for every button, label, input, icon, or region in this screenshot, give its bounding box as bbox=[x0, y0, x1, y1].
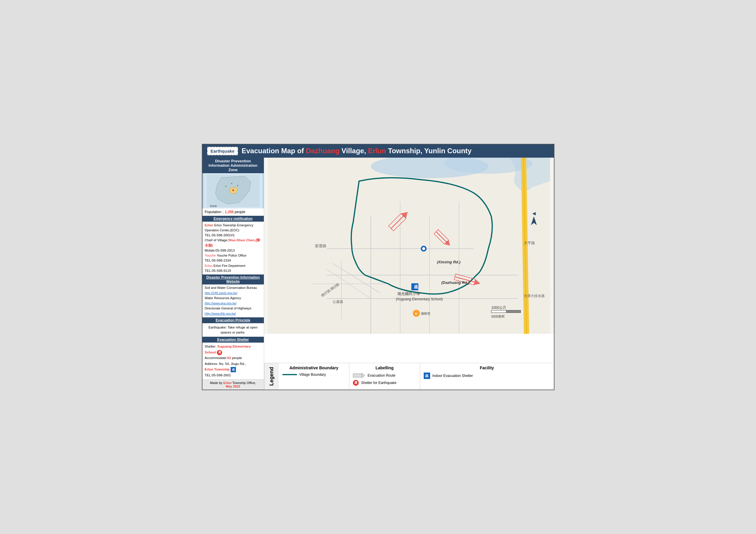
svg-text:雲林縣: 雲林縣 bbox=[209, 205, 217, 208]
footer-erlun: Erlun bbox=[223, 381, 231, 385]
svg-text:(Dazhuang Rd.): (Dazhuang Rd.) bbox=[441, 280, 469, 285]
thb-label: Directorate General of Highways bbox=[205, 306, 261, 311]
shelter-earthquake-icon-sidebar: 震 bbox=[217, 350, 222, 355]
admin-zone-label: Disaster Prevention Information Administ… bbox=[209, 159, 257, 172]
village-boundary-symbol bbox=[283, 374, 297, 375]
emergency-info: Erlun Erlun Township Emergency Operation… bbox=[202, 222, 264, 275]
legend-content: Administrative Boundary Village Boundary… bbox=[279, 363, 554, 390]
svg-text:湖和宮: 湖和宮 bbox=[421, 312, 430, 315]
disaster-website-label: Disaster Prevention Information Website bbox=[206, 275, 260, 284]
sidebar: Disaster Prevention Information Administ… bbox=[202, 158, 264, 390]
erlun-fire-tel: TEL:05-598-9119 bbox=[205, 269, 231, 272]
population-info: Population：1,356 people bbox=[202, 208, 264, 216]
population-label: Population： bbox=[205, 210, 225, 214]
erlun-fire-text: Erlun Fire Department bbox=[214, 264, 245, 267]
svg-point-6 bbox=[237, 185, 238, 186]
footer-made-by: Made by bbox=[210, 381, 223, 385]
svg-point-39 bbox=[422, 247, 425, 250]
title-village: Dazhuang bbox=[306, 147, 340, 155]
footer: Made by Erlun Township Office, May 2022 bbox=[202, 379, 264, 390]
svg-text:5000英呎: 5000英呎 bbox=[491, 315, 505, 318]
youche-tel: TEL:05-598-2334 bbox=[205, 259, 231, 262]
admin-boundary-section: Administrative Boundary Village Boundary bbox=[279, 363, 350, 390]
shelter-label: Shelter: bbox=[205, 344, 217, 348]
youche-police: Youche Police Office bbox=[217, 254, 247, 257]
emergency-label: Emergency notification bbox=[214, 216, 253, 221]
evacuation-principle-label: Evacuation Principle bbox=[216, 318, 250, 322]
header: Earthquake Evacuation Map of Dazhuang Vi… bbox=[202, 144, 554, 158]
village-boundary-label: Village Boundary bbox=[299, 372, 326, 377]
facility-title: Facility bbox=[424, 366, 550, 370]
header-tab: Earthquake bbox=[207, 147, 238, 155]
address-township: Erlun Township bbox=[205, 368, 230, 371]
admin-zone-header: Disaster Prevention Information Administ… bbox=[202, 158, 264, 173]
right-panel: 新厝路 大平路 洲仔路 洲仔路 公墓路 大潭大排水路 bbox=[264, 158, 554, 390]
shelter-earthquake-symbol: 震 bbox=[353, 380, 359, 386]
accommodate-label: Accommodate: bbox=[205, 356, 228, 360]
shelter-earthquake-item: 震 Shelter for Earthquake bbox=[353, 380, 416, 386]
indoor-shelter-label: Indoor Evacuation Shelter bbox=[433, 374, 473, 378]
accommodate-number: 63 bbox=[227, 356, 231, 360]
svg-rect-9 bbox=[268, 158, 550, 334]
wra-label: Water Resources Agency bbox=[205, 295, 261, 301]
evacuation-shelter-header: Evacuation Shelter bbox=[202, 337, 264, 343]
legend-text: Legend bbox=[269, 367, 275, 386]
mobile-label: Mobile: bbox=[205, 249, 216, 252]
swcb-url[interactable]: http://246.swcb.gov.tw/ bbox=[205, 291, 237, 295]
svg-point-5 bbox=[231, 183, 232, 184]
svg-text:公墓路: 公墓路 bbox=[333, 300, 343, 304]
tel-number: 05-598-2601 bbox=[212, 373, 231, 377]
labelling-section: Labelling Evacuation Route 震 Shelter for… bbox=[349, 363, 420, 390]
svg-text:★: ★ bbox=[415, 312, 418, 315]
erlun-label: Erlun bbox=[205, 223, 213, 227]
population-unit: people bbox=[233, 210, 245, 214]
accommodate-unit: people bbox=[231, 356, 242, 360]
village-boundary-item: Village Boundary bbox=[283, 372, 346, 377]
svg-point-7 bbox=[232, 190, 234, 191]
mobile-number: 05-598-2913 bbox=[216, 249, 235, 252]
svg-text:大平路: 大平路 bbox=[524, 241, 535, 245]
admin-boundary-title: Administrative Boundary bbox=[283, 366, 346, 370]
population-number: 1,356 bbox=[225, 210, 233, 214]
erlun-fire-label: Erlun bbox=[205, 264, 213, 267]
emergency-header: Emergency notification bbox=[202, 216, 264, 222]
indoor-shelter-item: 疏 Indoor Evacuation Shelter bbox=[424, 372, 550, 379]
indoor-shelter-symbol: 疏 bbox=[424, 372, 430, 379]
indoor-shelter-icon-sidebar: 疏 bbox=[230, 367, 236, 372]
legend-label: Legend bbox=[264, 363, 279, 390]
title-township: Erlun bbox=[368, 147, 386, 155]
evacuation-route-label: Evacuation Route bbox=[367, 373, 395, 377]
svg-text:疏: 疏 bbox=[414, 285, 418, 289]
footer-post: Township Office, bbox=[231, 381, 256, 385]
wra-url[interactable]: http://www.wra.gov.tw/ bbox=[205, 301, 237, 305]
shelter-earthquake-label: Shelter for Earthquake bbox=[361, 381, 396, 385]
legend-area: Legend Administrative Boundary Village B… bbox=[264, 363, 554, 390]
evacuation-principle-header: Evacuation Principle bbox=[202, 318, 264, 323]
youche-label: Youche bbox=[205, 254, 216, 257]
thb-url[interactable]: http://www.thb.gov.tw/ bbox=[205, 312, 236, 315]
svg-text:(Xuguang Elementary School): (Xuguang Elementary School) bbox=[396, 297, 443, 301]
chief-label: Chief of Village: bbox=[205, 239, 228, 242]
swcb-label: Soil and Water Conservation Bureau bbox=[205, 285, 261, 291]
labelling-title: Labelling bbox=[353, 366, 416, 370]
evacuation-shelter-label: Evacuation Shelter bbox=[217, 338, 249, 342]
main-container: Earthquake Evacuation Map of Dazhuang Vi… bbox=[202, 144, 554, 391]
admin-zone-map: 雲林縣 bbox=[202, 173, 264, 208]
evacuation-principle-block: Earthquake: Take refuge at open spaces o… bbox=[202, 323, 264, 337]
svg-point-4 bbox=[225, 186, 226, 187]
footer-date: May 2022 bbox=[226, 385, 240, 388]
svg-text:◀: ◀ bbox=[532, 211, 536, 216]
eoc-tel: TEL:05-598-2001#1 bbox=[205, 233, 235, 237]
header-title: Evacuation Map of Dazhuang Village, Erlu… bbox=[242, 147, 472, 155]
svg-rect-56 bbox=[353, 374, 362, 377]
facility-section: Facility 疏 Indoor Evacuation Shelter bbox=[420, 363, 554, 390]
title-mid: Village, bbox=[340, 147, 368, 155]
earthquake-principle-text: Earthquake: Take refuge at open spaces o… bbox=[209, 326, 258, 334]
tab-label: Earthquake bbox=[211, 148, 235, 154]
evacuation-route-item: Evacuation Route bbox=[353, 372, 416, 378]
main-content: Disaster Prevention Information Administ… bbox=[202, 158, 554, 390]
title-pre: Evacuation Map of bbox=[242, 147, 306, 155]
svg-text:(Xinxing Rd.): (Xinxing Rd.) bbox=[437, 260, 460, 264]
disaster-website-header: Disaster Prevention Information Website bbox=[202, 274, 264, 285]
svg-rect-47 bbox=[491, 310, 506, 313]
